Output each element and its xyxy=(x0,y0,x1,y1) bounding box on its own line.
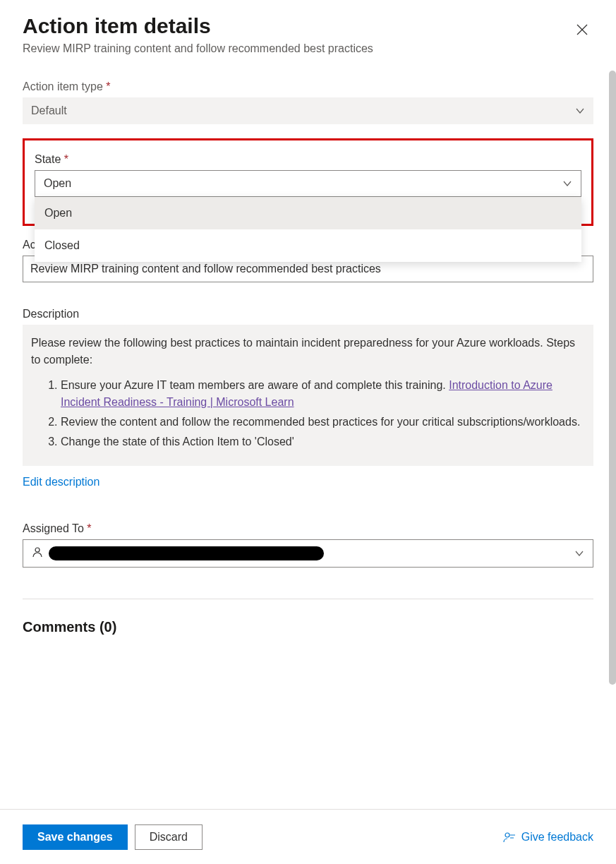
edit-description-link[interactable]: Edit description xyxy=(23,476,593,488)
type-label: Action item type * xyxy=(23,80,593,93)
state-option-closed[interactable]: Closed xyxy=(35,229,581,262)
discard-button[interactable]: Discard xyxy=(135,824,203,850)
chevron-down-icon xyxy=(574,548,584,558)
state-select[interactable]: Open xyxy=(35,170,581,197)
state-value: Open xyxy=(44,177,71,190)
footer-bar: Save changes Discard Give feedback xyxy=(0,809,616,864)
scrollbar[interactable] xyxy=(609,71,616,685)
comments-title: Comments (0) xyxy=(23,619,593,635)
svg-point-2 xyxy=(35,548,40,552)
type-select: Default xyxy=(23,97,593,124)
page-title: Action item details xyxy=(23,14,373,38)
divider xyxy=(23,599,593,599)
state-label: State * xyxy=(35,153,581,166)
assigned-value-redacted xyxy=(49,546,324,560)
feedback-icon xyxy=(503,831,516,844)
description-box: Please review the following best practic… xyxy=(23,325,593,466)
save-button[interactable]: Save changes xyxy=(23,824,128,850)
close-icon xyxy=(576,23,588,36)
state-highlight-box: State * Open Open Closed xyxy=(23,138,593,226)
description-label: Description xyxy=(23,308,593,320)
svg-point-3 xyxy=(505,833,509,837)
person-icon xyxy=(32,546,43,560)
state-option-open[interactable]: Open xyxy=(35,197,581,229)
type-value: Default xyxy=(31,104,67,117)
required-asterisk: * xyxy=(64,153,68,165)
chevron-down-icon xyxy=(562,179,572,188)
description-step-1: Ensure your Azure IT team members are aw… xyxy=(61,377,585,411)
description-step-2: Review the content and follow the recomm… xyxy=(61,414,585,431)
state-dropdown-menu: Open Closed xyxy=(35,197,581,262)
required-asterisk: * xyxy=(106,80,110,92)
chevron-down-icon xyxy=(575,106,585,116)
close-button[interactable] xyxy=(571,18,593,41)
assigned-select[interactable] xyxy=(23,539,593,568)
assigned-label: Assigned To * xyxy=(23,522,593,535)
give-feedback-link[interactable]: Give feedback xyxy=(503,831,593,844)
page-subtitle: Review MIRP training content and follow … xyxy=(23,42,373,55)
description-intro: Please review the following best practic… xyxy=(31,337,575,366)
description-step-3: Change the state of this Action Item to … xyxy=(61,433,585,450)
required-asterisk: * xyxy=(87,522,91,534)
